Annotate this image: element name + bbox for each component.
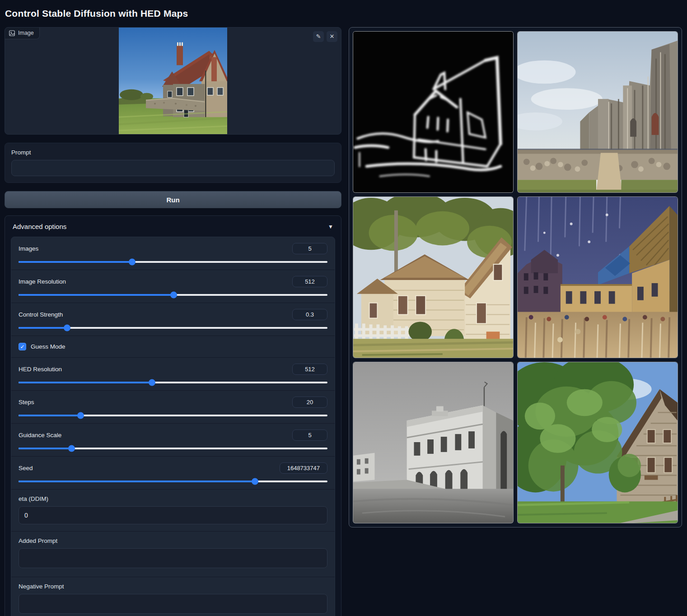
control-strength-slider-track[interactable] bbox=[19, 327, 327, 329]
cottage-painting-image bbox=[353, 197, 513, 358]
uploaded-image bbox=[5, 28, 341, 134]
steps-value-input[interactable]: 20 bbox=[292, 397, 327, 408]
advanced-options-form: Images 5 Image Resolution 512 bbox=[11, 237, 335, 616]
seed-slider-track[interactable] bbox=[19, 481, 327, 482]
hed-resolution-slider-label: HED Resolution bbox=[19, 366, 62, 373]
input-image-label: Image bbox=[18, 30, 34, 36]
image-toolbar: ✎ ✕ bbox=[313, 31, 337, 42]
eta-input[interactable] bbox=[19, 506, 327, 524]
hed-map-image bbox=[353, 32, 513, 192]
gallery-item-stone-house[interactable] bbox=[517, 362, 678, 523]
slider-row-control-strength: Control Strength 0.3 bbox=[11, 303, 335, 336]
input-image-block[interactable]: Image ✎ ✕ bbox=[5, 27, 341, 135]
hed-resolution-slider-track[interactable] bbox=[19, 382, 327, 383]
slider-row-steps: Steps 20 bbox=[11, 390, 335, 423]
control-strength-slider-handle[interactable] bbox=[64, 325, 70, 331]
close-icon: ✕ bbox=[330, 33, 335, 40]
added-prompt-row: Added Prompt bbox=[11, 531, 335, 577]
negative-prompt-row: Negative Prompt bbox=[11, 577, 335, 616]
steps-slider-label: Steps bbox=[19, 399, 34, 406]
gallery-item-hed-map[interactable] bbox=[353, 31, 514, 193]
guess-mode-label: Guess Mode bbox=[31, 343, 65, 350]
guidance-scale-slider-track[interactable] bbox=[19, 448, 327, 449]
page-title: Control Stable Diffusion with HED Maps bbox=[5, 8, 682, 19]
steps-slider-track[interactable] bbox=[19, 415, 327, 416]
images-slider-track[interactable] bbox=[19, 261, 327, 263]
negative-prompt-input[interactable] bbox=[19, 594, 327, 614]
gallery-item-cathedral[interactable] bbox=[517, 31, 678, 193]
guidance-scale-slider-handle[interactable] bbox=[68, 445, 75, 452]
edit-image-button[interactable]: ✎ bbox=[313, 31, 324, 42]
input-image-badge: Image bbox=[5, 28, 40, 39]
image-resolution-value-input[interactable]: 512 bbox=[292, 276, 327, 287]
eta-row: eta (DDIM) bbox=[11, 489, 335, 531]
steps-slider-handle[interactable] bbox=[77, 412, 84, 419]
seed-value-input[interactable]: 1648733747 bbox=[280, 462, 327, 474]
bw-building-image bbox=[353, 362, 513, 523]
slider-row-seed: Seed 1648733747 bbox=[11, 456, 335, 489]
uploaded-house-photo bbox=[119, 28, 227, 134]
image-resolution-slider-track[interactable] bbox=[19, 294, 327, 296]
gallery-item-bw-building[interactable] bbox=[353, 362, 514, 523]
eta-label: eta (DDIM) bbox=[19, 495, 327, 502]
added-prompt-input[interactable] bbox=[19, 548, 327, 568]
prompt-panel: Prompt bbox=[5, 143, 341, 183]
advanced-options-panel: Advanced options ▼ Images 5 bbox=[5, 215, 341, 616]
clear-image-button[interactable]: ✕ bbox=[327, 31, 337, 42]
guidance-scale-value-input[interactable]: 5 bbox=[292, 429, 327, 441]
prompt-input[interactable] bbox=[11, 160, 335, 176]
right-column bbox=[349, 27, 682, 527]
check-icon: ✓ bbox=[20, 344, 24, 350]
added-prompt-label: Added Prompt bbox=[19, 537, 327, 544]
images-slider-label: Images bbox=[19, 245, 38, 252]
control-strength-value-input[interactable]: 0.3 bbox=[292, 309, 327, 320]
slider-row-images: Images 5 bbox=[11, 237, 335, 270]
guess-mode-checkbox[interactable]: ✓ bbox=[19, 343, 26, 350]
hed-resolution-slider-handle[interactable] bbox=[149, 379, 155, 386]
prompt-label: Prompt bbox=[11, 149, 335, 156]
run-button[interactable]: Run bbox=[5, 191, 341, 208]
left-column: Image ✎ ✕ bbox=[5, 27, 341, 616]
advanced-options-header[interactable]: Advanced options ▼ bbox=[5, 216, 341, 237]
gallery-item-cottage-painting[interactable] bbox=[353, 196, 514, 358]
output-gallery bbox=[349, 27, 682, 527]
cathedral-image bbox=[518, 32, 678, 192]
hed-resolution-value-input[interactable]: 512 bbox=[292, 364, 327, 375]
image-resolution-slider-label: Image Resolution bbox=[19, 278, 66, 285]
advanced-options-label: Advanced options bbox=[13, 223, 66, 230]
images-slider-handle[interactable] bbox=[129, 259, 136, 266]
image-resolution-slider-handle[interactable] bbox=[170, 292, 177, 299]
pencil-icon: ✎ bbox=[316, 33, 321, 40]
gallery-item-impressionist[interactable] bbox=[517, 196, 678, 358]
slider-row-hed-resolution: HED Resolution 512 bbox=[11, 357, 335, 390]
seed-slider-handle[interactable] bbox=[252, 478, 258, 485]
slider-row-guidance-scale: Guidance Scale 5 bbox=[11, 423, 335, 456]
image-icon bbox=[9, 30, 15, 36]
main-columns: Image ✎ ✕ bbox=[5, 27, 682, 616]
stone-house-image bbox=[518, 362, 678, 523]
collapse-arrow-icon: ▼ bbox=[328, 224, 333, 230]
images-value-input[interactable]: 5 bbox=[292, 243, 327, 254]
control-strength-slider-label: Control Strength bbox=[19, 311, 63, 318]
negative-prompt-label: Negative Prompt bbox=[19, 583, 327, 590]
app-page: Control Stable Diffusion with HED Maps I… bbox=[0, 0, 687, 616]
seed-slider-label: Seed bbox=[19, 465, 33, 471]
impressionist-image bbox=[518, 197, 678, 358]
guidance-scale-slider-label: Guidance Scale bbox=[19, 432, 61, 439]
guess-mode-row: ✓ Guess Mode bbox=[11, 336, 335, 357]
slider-row-image-resolution: Image Resolution 512 bbox=[11, 270, 335, 303]
